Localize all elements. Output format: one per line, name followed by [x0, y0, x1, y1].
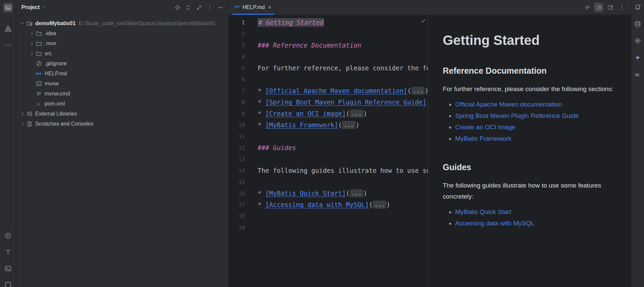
preview-link[interactable]: MyBatis Framework	[455, 135, 512, 142]
preview-list-item: Spring Boot Maven Plugin Reference Guide	[455, 110, 619, 122]
folded-region[interactable]: ...	[373, 201, 386, 209]
project-view-selector[interactable]: Project	[21, 4, 46, 10]
line-number: 10	[229, 122, 245, 128]
tree-item-demomybatis01[interactable]: demoMybatis01E:\Study_code_tool\WorkSpac…	[16, 18, 228, 28]
markdown-file-icon	[36, 71, 42, 77]
editor-line-15[interactable]: 15	[229, 176, 428, 188]
editor-line-1[interactable]: 1# Getting Started	[229, 17, 428, 28]
md-link[interactable]: [Create an OCI image]	[265, 110, 346, 117]
editor-line-14[interactable]: 14The following guides illustrate how to…	[229, 165, 428, 176]
open-preview-window-button[interactable]	[606, 3, 614, 11]
code-text: The following guides illustrate how to u…	[258, 167, 428, 174]
md-link[interactable]: [MyBatis Quick Start]	[265, 190, 346, 197]
folded-region[interactable]: ...	[411, 87, 425, 95]
editor-line-18[interactable]: 18	[229, 210, 428, 222]
editor-line-19[interactable]: 19	[229, 222, 428, 233]
editor-line-9[interactable]: 9* [Create an OCI image](...)	[229, 108, 428, 119]
project-panel-actions	[174, 4, 224, 11]
chevron-right-icon[interactable]	[20, 122, 25, 126]
editor-and-preview-button[interactable]	[595, 3, 603, 11]
terminal-tool-button[interactable]	[3, 264, 13, 274]
more-tools-icon	[5, 42, 11, 49]
preview-heading: Reference Documentation	[443, 66, 619, 76]
tree-item-help-md[interactable]: HELP.md	[16, 69, 228, 79]
locate-icon	[175, 5, 180, 10]
more-tool-windows-button[interactable]	[3, 40, 13, 50]
file-structure-button[interactable]	[583, 3, 591, 11]
tree-item-mvn[interactable]: .mvn	[16, 39, 228, 49]
editor-line-3[interactable]: 3### Reference Documentation	[229, 40, 428, 51]
editor-line-12[interactable]: 12### Guides	[229, 142, 428, 153]
chevron-right-icon[interactable]	[30, 41, 34, 46]
editor-line-2[interactable]: 2	[229, 28, 428, 40]
editor-line-6[interactable]: 6	[229, 74, 428, 85]
tree-item-mvnw[interactable]: mvnw	[16, 79, 228, 89]
project-window-icon	[5, 4, 11, 11]
expand-button[interactable]	[185, 4, 192, 11]
preview-link[interactable]: Create an OCI image	[455, 124, 516, 131]
tab-help-md[interactable]: HELP.md ×	[231, 0, 275, 15]
inspection-status-widget[interactable]	[421, 18, 426, 25]
editor-pane[interactable]: 1# Getting Started23### Reference Docume…	[229, 15, 428, 287]
editor-line-13[interactable]: 13	[229, 153, 428, 165]
line-number: 12	[229, 145, 245, 151]
project-view-label: Project	[21, 4, 40, 10]
preview-list-item: Create an OCI image	[455, 122, 619, 133]
md-link[interactable]: [Accessing data with MySQL]	[265, 201, 369, 208]
tree-item-mvnw-cmd[interactable]: mvnw.cmd	[16, 89, 228, 99]
code-text: *	[258, 201, 265, 208]
folded-region[interactable]: ...	[342, 121, 356, 129]
tree-item-pom-xml[interactable]: mpom.xml	[16, 99, 228, 109]
plugin-tool-button[interactable]	[634, 54, 642, 62]
tree-item-scratches-and-consoles[interactable]: Scratches and Consoles	[16, 119, 228, 129]
preview-link[interactable]: Spring Boot Maven Plugin Reference Guide	[455, 112, 579, 119]
editor-line-17[interactable]: 17* [Accessing data with MySQL](...)	[229, 199, 428, 210]
chevron-right-icon[interactable]	[30, 51, 34, 56]
md-link[interactable]: [MyBatis Framework]	[265, 121, 338, 129]
panel-options-button[interactable]	[206, 4, 213, 11]
structure-tool-button[interactable]	[3, 24, 13, 34]
folded-region[interactable]: ...	[350, 189, 364, 197]
spring-tool-button[interactable]	[634, 37, 642, 45]
locate-file-button[interactable]	[174, 4, 181, 11]
tree-item-label: src	[45, 51, 52, 57]
tree-item-src[interactable]: src	[16, 49, 228, 59]
folded-region[interactable]: ...	[350, 110, 364, 118]
editor-line-8[interactable]: 8* [Spring Boot Maven Plugin Reference G…	[229, 96, 428, 108]
plugin-icon	[634, 54, 641, 61]
database-tool-button[interactable]	[634, 20, 642, 28]
preview-link[interactable]: Official Apache Maven documentation	[455, 101, 562, 108]
problems-tool-icon	[5, 282, 11, 287]
editor-line-10[interactable]: 10* [MyBatis Framework](...)	[229, 119, 428, 131]
editor-line-5[interactable]: 5For further reference, please consider …	[229, 62, 428, 74]
services-tool-button[interactable]	[3, 231, 13, 241]
editor-line-16[interactable]: 16* [MyBatis Quick Start](...)	[229, 188, 428, 199]
chevron-right-icon[interactable]	[30, 31, 34, 36]
notifications-button[interactable]	[634, 3, 642, 11]
editor-line-11[interactable]: 11	[229, 131, 428, 142]
md-link[interactable]: [Spring Boot Maven Plugin Reference Guid…	[265, 98, 426, 106]
editor-options-button[interactable]	[618, 3, 626, 11]
todo-tool-button[interactable]	[3, 247, 13, 257]
chevron-down-icon[interactable]	[20, 21, 25, 26]
md-link[interactable]: [Official Apache Maven documentation]	[265, 87, 407, 94]
right-toolbar: m	[631, 0, 644, 287]
preview-link[interactable]: MyBatis Quick Start	[455, 208, 511, 215]
close-icon[interactable]: ×	[268, 4, 271, 10]
tree-item-gitignore[interactable]: .gitignore	[16, 59, 228, 69]
hide-panel-button[interactable]	[217, 4, 224, 11]
ide-window: Project demoMybatis01E:\Study_code_tool\…	[0, 0, 644, 287]
collapse-all-button[interactable]	[196, 4, 202, 11]
problems-tool-button[interactable]	[3, 280, 13, 287]
project-tool-button[interactable]	[3, 3, 13, 13]
tree-item-idea[interactable]: .idea	[16, 28, 228, 39]
preview-heading: Guides	[443, 162, 619, 172]
editor-line-7[interactable]: 7* [Official Apache Maven documentation]…	[229, 85, 428, 96]
tree-item-external-libraries[interactable]: External Libraries	[16, 109, 228, 119]
chevron-right-icon[interactable]	[20, 112, 25, 116]
preview-link[interactable]: Accessing data with MySQL	[455, 220, 535, 227]
check-icon[interactable]	[421, 18, 426, 23]
editor-line-4[interactable]: 4	[229, 51, 428, 62]
markdown-file-icon	[235, 4, 240, 9]
maven-tool-button[interactable]: m	[634, 70, 642, 78]
